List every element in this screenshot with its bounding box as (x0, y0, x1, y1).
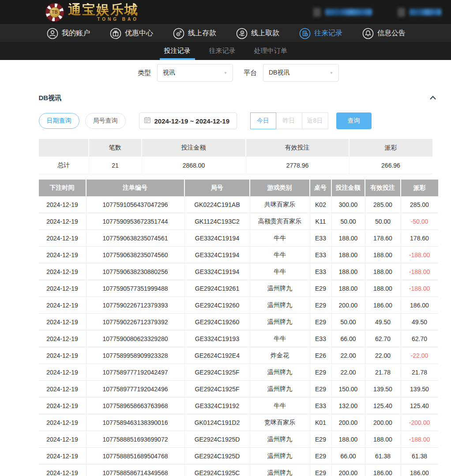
tab-pending-orders[interactable]: 处理中订单 (253, 42, 288, 60)
last-8-days-button[interactable]: 近8日 (302, 112, 328, 129)
summary-header-bet-amount: 投注金额 (142, 139, 246, 157)
quick-range-group: 今日 昨日 近8日 (250, 112, 328, 129)
cell-valid-bet: 188.00 (365, 263, 401, 280)
cell-valid-bet: 125.40 (365, 397, 401, 414)
search-button[interactable]: 查询 (336, 112, 372, 129)
nav-label: 优惠中心 (125, 29, 153, 38)
table-row: 2024-12-19 1077590226712379393 GE2924C19… (39, 297, 438, 314)
cell-round-no: GE2924C1925F (185, 381, 250, 397)
nav-item-promotions[interactable]: 优惠中心 (110, 28, 153, 39)
yesterday-button[interactable]: 昨日 (276, 112, 302, 129)
type-select[interactable]: 视讯 ▼ (157, 64, 233, 82)
table-row: 2024-12-19 1077589463138390016 GK0124C19… (39, 414, 438, 431)
cell-game-type: 牛牛 (250, 230, 310, 247)
chip-monogram: TB (49, 7, 60, 18)
cell-bet-time: 2024-12-19 (39, 381, 86, 397)
main-nav: 我的账户 优惠中心 线上存款 $ 线上取款 往来记录 信息公告 (0, 24, 451, 42)
cell-table-no: E29 (310, 448, 332, 465)
tab-bet-records[interactable]: 投注记录 (163, 42, 192, 60)
cell-payout: 186.00 (401, 297, 438, 314)
cell-game-type: 温州牌九 (250, 381, 310, 397)
table-row: 2024-12-19 1077590953672351744 GK1124C19… (39, 213, 438, 230)
round-query-button[interactable]: 局号查询 (85, 113, 126, 129)
date-range-value: 2024-12-19 ~ 2024-12-19 (154, 117, 230, 125)
col-header-game-type: 游戏类别 (250, 180, 310, 196)
table-row: 2024-12-19 1077590638230880256 GE3324C19… (39, 263, 438, 280)
nav-item-deposit[interactable]: 线上存款 (173, 28, 216, 39)
cell-table-no: E33 (310, 247, 332, 263)
cell-game-type: 牛牛 (250, 397, 310, 414)
cell-round-no: GK0124C191D2 (185, 414, 250, 431)
cell-order-no: 1077589777192042496 (86, 381, 185, 397)
user-icon (47, 28, 58, 39)
cell-valid-bet: 21.78 (365, 364, 401, 381)
platform-select[interactable]: DB视讯 ▼ (263, 64, 339, 82)
cell-order-no: 1077589658663763968 (86, 397, 185, 414)
cell-round-no: GE2924C19260 (185, 297, 250, 314)
user-balance-redacted[interactable] (313, 8, 372, 17)
cell-order-no: 1077590638230880256 (86, 263, 185, 280)
cell-bet-time: 2024-12-19 (39, 297, 86, 314)
table-row: 2024-12-19 1077591056437047296 GK0224C19… (39, 196, 438, 213)
summary-payout: 266.96 (350, 157, 432, 174)
col-header-table-no: 桌号 (310, 180, 332, 196)
nav-item-announcements[interactable]: 信息公告 (362, 28, 406, 39)
withdraw-icon: $ (236, 28, 248, 39)
cell-round-no: GE2924C1925D (185, 431, 250, 448)
cell-order-no: 1077588851693699072 (86, 431, 185, 448)
cell-game-type: 温州牌九 (250, 364, 310, 381)
summary-count: 21 (89, 157, 142, 174)
cell-table-no: E33 (310, 397, 332, 414)
cell-valid-bet: 139.50 (365, 381, 401, 397)
cell-bet-amount: 188.00 (332, 230, 365, 247)
date-query-button[interactable]: 日期查询 (39, 113, 79, 129)
cell-bet-amount: 132.00 (332, 397, 365, 414)
col-header-round-no: 局号 (185, 180, 250, 196)
user-name-redacted[interactable] (398, 8, 441, 17)
nav-item-my-account[interactable]: 我的账户 (47, 28, 90, 39)
cell-game-type: 牛牛 (250, 330, 310, 347)
records-icon (299, 28, 311, 39)
table-row: 2024-12-19 1077589658663763968 GE3324C19… (39, 397, 438, 414)
nav-item-withdraw[interactable]: $ 线上取款 (236, 28, 279, 39)
cell-bet-amount: 188.00 (332, 263, 365, 280)
site-logo[interactable]: TB 通宝娱乐城 TONG BAO (45, 3, 139, 22)
cell-payout: -50.00 (401, 213, 438, 230)
tab-transaction-records[interactable]: 往来记录 (208, 42, 237, 60)
cell-round-no: GE3324C19194 (185, 230, 250, 247)
cell-bet-time: 2024-12-19 (39, 431, 86, 448)
cell-bet-time: 2024-12-19 (39, 465, 86, 476)
user-info-blurred (325, 9, 372, 15)
cell-table-no: E29 (310, 364, 332, 381)
cell-payout: 178.60 (401, 230, 438, 247)
table-row: 2024-12-19 1077590577351999488 GE2924C19… (39, 280, 438, 297)
cell-game-type: 高额贵宾百家乐 (250, 213, 310, 230)
col-header-payout: 派彩 (401, 180, 438, 196)
cell-order-no: 1077588851689504768 (86, 448, 185, 465)
date-range-input[interactable]: 2024-12-19 ~ 2024-12-19 (139, 112, 237, 129)
cell-table-no: E33 (310, 230, 332, 247)
cell-order-no: 1077590953672351744 (86, 213, 185, 230)
cell-bet-time: 2024-12-19 (39, 397, 86, 414)
cell-round-no: GE3324C19193 (185, 330, 250, 347)
cell-payout: -22.00 (401, 347, 438, 364)
platform-filter-label: 平台 (244, 69, 257, 77)
cell-round-no: GE3324C19192 (185, 397, 250, 414)
nav-item-records[interactable]: 往来记录 (299, 28, 342, 39)
gift-icon (110, 28, 121, 39)
cell-table-no: E29 (310, 314, 332, 330)
today-button[interactable]: 今日 (250, 112, 276, 129)
cell-table-no: E29 (310, 280, 332, 297)
cell-bet-amount: 200.00 (332, 465, 365, 476)
cell-payout: -200.00 (401, 414, 438, 431)
cell-round-no: GK1124C193C2 (185, 213, 250, 230)
cell-valid-bet: 178.60 (365, 230, 401, 247)
section-header: DB视讯 (39, 93, 438, 103)
collapse-section-button[interactable] (428, 93, 438, 103)
summary-header-count: 笔数 (89, 139, 142, 157)
cell-table-no: E29 (310, 297, 332, 314)
cell-bet-time: 2024-12-19 (39, 196, 86, 213)
cell-bet-time: 2024-12-19 (39, 263, 86, 280)
cell-order-no: 1077590080623329280 (86, 330, 185, 347)
cell-game-type: 炸金花 (250, 347, 310, 364)
